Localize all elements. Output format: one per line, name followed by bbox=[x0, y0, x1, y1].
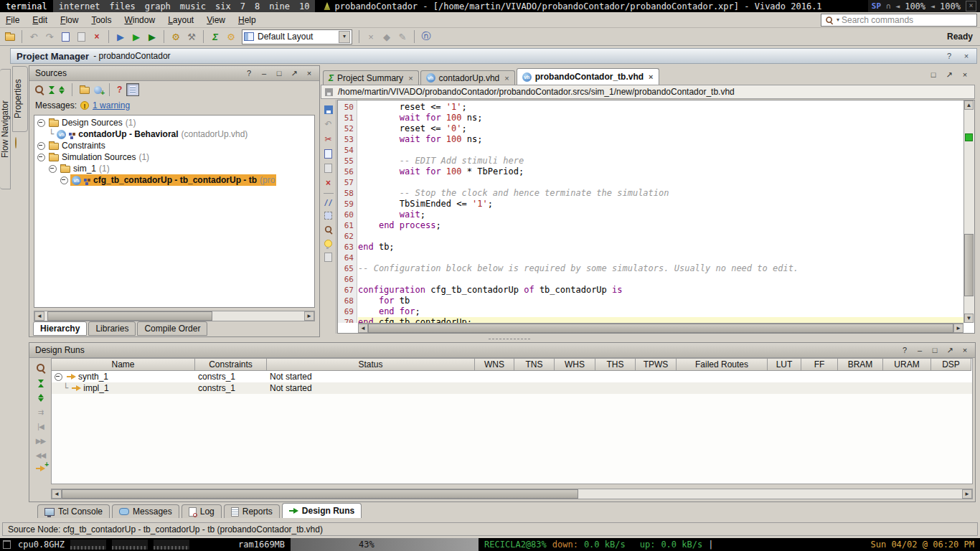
properties-gear-icon[interactable] bbox=[15, 138, 17, 148]
minimize-icon[interactable]: – bbox=[260, 69, 268, 78]
zoom-fit-icon[interactable]: ◆ bbox=[380, 29, 394, 44]
code-area[interactable]: 5051525354555657585960616263646566676869… bbox=[337, 100, 975, 334]
tree-item-content[interactable]: vhcfg_tb_contadorUp - tb_contadorUp - tb… bbox=[70, 174, 276, 186]
unpin-icon[interactable]: × bbox=[364, 29, 378, 44]
undo-icon[interactable]: ↶ bbox=[27, 29, 41, 44]
maximize-icon[interactable]: □ bbox=[930, 346, 939, 355]
close-icon[interactable]: × bbox=[961, 70, 969, 80]
indent-icon[interactable] bbox=[324, 212, 332, 220]
toggle-comment-icon[interactable]: // bbox=[324, 199, 332, 207]
expand-all-icon[interactable] bbox=[38, 394, 44, 402]
scroll-to-selected-icon[interactable] bbox=[126, 83, 139, 96]
collapse-all-icon[interactable] bbox=[38, 380, 44, 387]
code-line[interactable]: end tb; bbox=[358, 242, 963, 253]
workspace-8[interactable]: 8 bbox=[255, 1, 260, 11]
close-icon[interactable]: × bbox=[305, 69, 314, 78]
scroll-right-icon[interactable]: ► bbox=[962, 489, 972, 499]
tree-item-content[interactable]: sim_1 (1) bbox=[59, 163, 111, 174]
code-lines[interactable]: reset <= '1'; wait for 100 ns; reset <= … bbox=[358, 100, 963, 323]
paste-icon[interactable] bbox=[324, 164, 332, 173]
tab-hierarchy[interactable]: Hierarchy bbox=[33, 321, 87, 336]
column-header-uram[interactable]: URAM bbox=[883, 359, 931, 371]
tree-item[interactable]: Design Sources (1) bbox=[34, 117, 314, 128]
close-tab-icon[interactable]: × bbox=[408, 74, 413, 83]
column-header-lut[interactable]: LUT bbox=[768, 359, 801, 371]
tree-item[interactable]: Constraints bbox=[34, 140, 314, 151]
project-summary-icon[interactable]: Σ bbox=[208, 29, 222, 44]
close-tab-icon[interactable]: × bbox=[504, 74, 509, 83]
scroll-down-icon[interactable]: ▼ bbox=[964, 314, 974, 323]
taskbar-close-icon[interactable]: × bbox=[966, 1, 976, 11]
menu-file[interactable]: File bbox=[6, 14, 27, 27]
column-header-bram[interactable]: BRAM bbox=[838, 359, 883, 371]
horizontal-splitter[interactable] bbox=[29, 336, 976, 342]
code-line[interactable]: TbSimEnded <= '1'; bbox=[358, 199, 963, 209]
column-header-ths[interactable]: THS bbox=[595, 359, 636, 371]
sp-indicator[interactable]: SP bbox=[872, 1, 881, 11]
column-header-constraints[interactable]: Constraints bbox=[195, 359, 267, 371]
code-line[interactable]: wait for 100 * TbPeriod; bbox=[358, 166, 963, 177]
workspace-graph[interactable]: graph bbox=[145, 1, 171, 11]
code-line[interactable] bbox=[358, 274, 963, 285]
code-line[interactable]: end process; bbox=[358, 220, 963, 231]
tab-design-runs[interactable]: Design Runs bbox=[282, 503, 362, 518]
scroll-left-icon[interactable]: ◄ bbox=[358, 324, 368, 333]
scroll-thumb[interactable] bbox=[368, 324, 953, 333]
tab-properties[interactable]: Properties bbox=[12, 66, 28, 132]
window-list-icon[interactable] bbox=[3, 540, 11, 549]
column-header-whs[interactable]: WHS bbox=[555, 359, 595, 371]
run-icon[interactable]: ▶ bbox=[129, 29, 143, 44]
workspace-files[interactable]: files bbox=[110, 1, 136, 11]
warning-link[interactable]: 1 warning bbox=[93, 100, 130, 110]
rewind-icon[interactable]: ◀◀ bbox=[36, 451, 45, 459]
column-header-tns[interactable]: TNS bbox=[514, 359, 555, 371]
search-icon[interactable] bbox=[34, 85, 44, 95]
code-line[interactable]: wait for 100 ns; bbox=[358, 113, 963, 123]
float-icon[interactable]: ↗ bbox=[290, 69, 298, 78]
fast-forward-icon[interactable]: ▶▶ bbox=[36, 437, 45, 445]
code-line[interactable]: -- Stop the clock and hence terminate th… bbox=[358, 188, 963, 199]
layout-dropdown-icon[interactable]: ▾ bbox=[339, 31, 350, 43]
float-icon[interactable]: ↗ bbox=[946, 346, 954, 355]
code-line[interactable] bbox=[358, 145, 963, 156]
tab-flow-navigator[interactable]: Flow Navigator bbox=[0, 69, 11, 189]
reset-run-icon[interactable]: |◀ bbox=[37, 423, 43, 430]
menu-window[interactable]: Window bbox=[124, 14, 162, 27]
minimize-icon[interactable]: – bbox=[915, 346, 924, 355]
tree-item-content[interactable]: Simulation Sources (1) bbox=[47, 151, 151, 163]
code-line[interactable]: -- Configuration block below is required… bbox=[358, 263, 963, 274]
editor-tab-project-summary[interactable]: ΣProject Summary× bbox=[323, 70, 419, 85]
workspace-music[interactable]: music bbox=[180, 1, 206, 11]
layout-selector[interactable]: Default Layout ▾ bbox=[242, 29, 352, 44]
design-run-row[interactable]: └impl_1constrs_1Not started bbox=[52, 382, 972, 394]
design-run-row[interactable]: synth_1constrs_1Not started bbox=[52, 371, 972, 382]
workspace-10[interactable]: 10 bbox=[299, 1, 309, 11]
add-sources-icon[interactable]: + bbox=[94, 86, 102, 94]
scroll-right-icon[interactable]: ► bbox=[953, 324, 963, 333]
menu-edit[interactable]: Edit bbox=[32, 14, 55, 27]
headphones-icon[interactable]: ∩ bbox=[886, 2, 890, 10]
close-tab-icon[interactable]: × bbox=[649, 72, 653, 81]
help-icon[interactable]: ? bbox=[945, 52, 953, 60]
code-line[interactable]: for tb bbox=[358, 296, 963, 306]
menu-flow[interactable]: Flow bbox=[60, 14, 85, 27]
dashboard-gear-icon[interactable]: ⚙ bbox=[224, 29, 238, 44]
tab-reports[interactable]: Reports bbox=[224, 504, 280, 518]
code-line[interactable]: -- EDIT Add stimuli here bbox=[358, 156, 963, 166]
expander-icon[interactable] bbox=[60, 176, 68, 184]
tab-compile-order[interactable]: Compile Order bbox=[137, 321, 207, 336]
open-source-icon[interactable] bbox=[80, 87, 90, 94]
delete-icon[interactable]: × bbox=[326, 178, 331, 188]
settings-gears-icon[interactable]: ⚙ bbox=[169, 29, 183, 44]
scroll-thumb[interactable] bbox=[964, 234, 974, 296]
search-icon[interactable] bbox=[36, 363, 46, 373]
column-header-ff[interactable]: FF bbox=[801, 359, 838, 371]
template-icon[interactable] bbox=[324, 253, 332, 262]
workspace-nine[interactable]: nine bbox=[269, 1, 290, 11]
tree-item[interactable]: vhcfg_tb_contadorUp - tb_contadorUp - tb… bbox=[34, 174, 314, 186]
column-header-wns[interactable]: WNS bbox=[475, 359, 514, 371]
delete-icon[interactable]: × bbox=[90, 29, 104, 44]
select-pointer-icon[interactable]: ✎ bbox=[395, 29, 410, 44]
workspace-7[interactable]: 7 bbox=[240, 1, 245, 11]
lightbulb-icon[interactable] bbox=[324, 240, 332, 248]
